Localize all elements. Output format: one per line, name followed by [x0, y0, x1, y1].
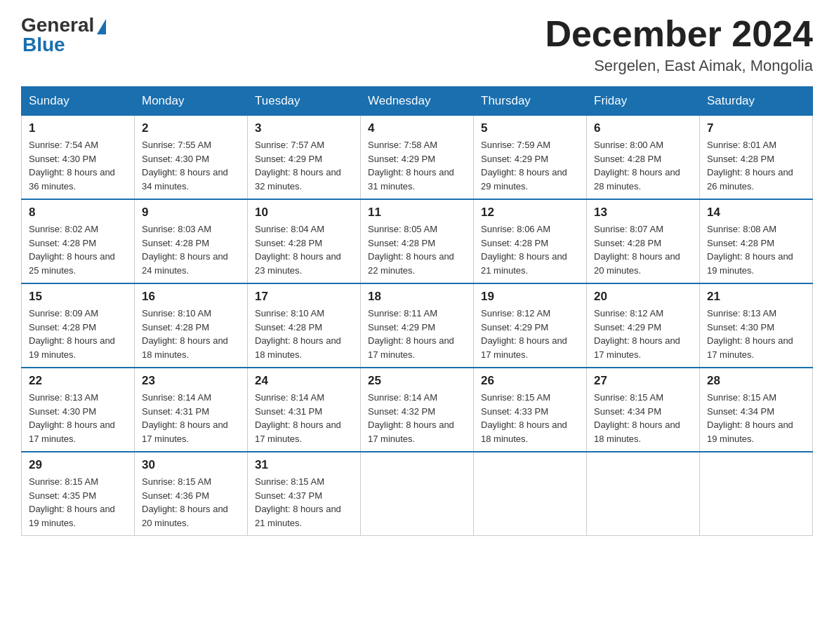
table-row: 19 Sunrise: 8:12 AM Sunset: 4:29 PM Dayl…: [474, 283, 587, 368]
day-number: 24: [255, 374, 353, 388]
day-number: 16: [142, 290, 240, 304]
day-info: Sunrise: 8:12 AM Sunset: 4:29 PM Dayligh…: [481, 307, 579, 361]
title-block: December 2024 Sergelen, East Aimak, Mong…: [545, 14, 813, 75]
day-info: Sunrise: 8:13 AM Sunset: 4:30 PM Dayligh…: [707, 307, 805, 361]
table-row: 26 Sunrise: 8:15 AM Sunset: 4:33 PM Dayl…: [474, 368, 587, 452]
day-number: 19: [481, 290, 579, 304]
calendar-week-row: 22 Sunrise: 8:13 AM Sunset: 4:30 PM Dayl…: [22, 368, 813, 452]
table-row: 3 Sunrise: 7:57 AM Sunset: 4:29 PM Dayli…: [248, 116, 361, 200]
location-subtitle: Sergelen, East Aimak, Mongolia: [545, 57, 813, 75]
table-row: 14 Sunrise: 8:08 AM Sunset: 4:28 PM Dayl…: [700, 199, 813, 283]
day-info: Sunrise: 8:15 AM Sunset: 4:36 PM Dayligh…: [142, 475, 240, 530]
table-row: 7 Sunrise: 8:01 AM Sunset: 4:28 PM Dayli…: [700, 116, 813, 200]
table-row: 27 Sunrise: 8:15 AM Sunset: 4:34 PM Dayl…: [587, 368, 700, 452]
table-row: 20 Sunrise: 8:12 AM Sunset: 4:29 PM Dayl…: [587, 283, 700, 368]
day-number: 31: [255, 458, 353, 472]
table-row: 31 Sunrise: 8:15 AM Sunset: 4:37 PM Dayl…: [248, 452, 361, 536]
day-number: 27: [594, 374, 692, 388]
day-info: Sunrise: 8:06 AM Sunset: 4:28 PM Dayligh…: [481, 222, 579, 277]
table-row: 28 Sunrise: 8:15 AM Sunset: 4:34 PM Dayl…: [700, 368, 813, 452]
header-sunday: Sunday: [22, 87, 135, 116]
logo: General Blue: [21, 14, 106, 56]
day-number: 7: [707, 121, 805, 135]
header-thursday: Thursday: [474, 87, 587, 116]
table-row: 21 Sunrise: 8:13 AM Sunset: 4:30 PM Dayl…: [700, 283, 813, 368]
table-row: 25 Sunrise: 8:14 AM Sunset: 4:32 PM Dayl…: [361, 368, 474, 452]
table-row: [361, 452, 474, 536]
day-number: 4: [368, 121, 466, 135]
day-number: 8: [29, 206, 127, 220]
day-info: Sunrise: 8:07 AM Sunset: 4:28 PM Dayligh…: [594, 222, 692, 277]
day-info: Sunrise: 8:10 AM Sunset: 4:28 PM Dayligh…: [142, 307, 240, 361]
day-number: 21: [707, 290, 805, 304]
day-number: 13: [594, 206, 692, 220]
table-row: [474, 452, 587, 536]
day-info: Sunrise: 8:15 AM Sunset: 4:35 PM Dayligh…: [29, 475, 127, 530]
logo-blue-text: Blue: [22, 34, 65, 56]
table-row: 12 Sunrise: 8:06 AM Sunset: 4:28 PM Dayl…: [474, 199, 587, 283]
day-number: 22: [29, 374, 127, 388]
table-row: 4 Sunrise: 7:58 AM Sunset: 4:29 PM Dayli…: [361, 116, 474, 200]
day-number: 26: [481, 374, 579, 388]
day-number: 29: [29, 458, 127, 472]
table-row: 24 Sunrise: 8:14 AM Sunset: 4:31 PM Dayl…: [248, 368, 361, 452]
month-title: December 2024: [545, 14, 813, 54]
day-info: Sunrise: 8:01 AM Sunset: 4:28 PM Dayligh…: [707, 138, 805, 193]
table-row: 30 Sunrise: 8:15 AM Sunset: 4:36 PM Dayl…: [135, 452, 248, 536]
day-number: 18: [368, 290, 466, 304]
table-row: 29 Sunrise: 8:15 AM Sunset: 4:35 PM Dayl…: [22, 452, 135, 536]
table-row: [700, 452, 813, 536]
calendar-week-row: 15 Sunrise: 8:09 AM Sunset: 4:28 PM Dayl…: [22, 283, 813, 368]
day-info: Sunrise: 8:15 AM Sunset: 4:34 PM Dayligh…: [594, 391, 692, 445]
day-info: Sunrise: 7:58 AM Sunset: 4:29 PM Dayligh…: [368, 138, 466, 193]
table-row: 6 Sunrise: 8:00 AM Sunset: 4:28 PM Dayli…: [587, 116, 700, 200]
table-row: 22 Sunrise: 8:13 AM Sunset: 4:30 PM Dayl…: [22, 368, 135, 452]
calendar-week-row: 29 Sunrise: 8:15 AM Sunset: 4:35 PM Dayl…: [22, 452, 813, 536]
calendar-table: Sunday Monday Tuesday Wednesday Thursday…: [21, 86, 813, 536]
header-tuesday: Tuesday: [248, 87, 361, 116]
day-number: 23: [142, 374, 240, 388]
header-monday: Monday: [135, 87, 248, 116]
day-info: Sunrise: 8:09 AM Sunset: 4:28 PM Dayligh…: [29, 307, 127, 361]
day-info: Sunrise: 7:55 AM Sunset: 4:30 PM Dayligh…: [142, 138, 240, 193]
day-number: 12: [481, 206, 579, 220]
day-info: Sunrise: 8:12 AM Sunset: 4:29 PM Dayligh…: [594, 307, 692, 361]
table-row: 16 Sunrise: 8:10 AM Sunset: 4:28 PM Dayl…: [135, 283, 248, 368]
day-number: 9: [142, 206, 240, 220]
table-row: 18 Sunrise: 8:11 AM Sunset: 4:29 PM Dayl…: [361, 283, 474, 368]
calendar-week-row: 8 Sunrise: 8:02 AM Sunset: 4:28 PM Dayli…: [22, 199, 813, 283]
table-row: 2 Sunrise: 7:55 AM Sunset: 4:30 PM Dayli…: [135, 116, 248, 200]
day-info: Sunrise: 8:13 AM Sunset: 4:30 PM Dayligh…: [29, 391, 127, 445]
day-number: 25: [368, 374, 466, 388]
header-wednesday: Wednesday: [361, 87, 474, 116]
day-number: 14: [707, 206, 805, 220]
header-friday: Friday: [587, 87, 700, 116]
day-number: 20: [594, 290, 692, 304]
table-row: 5 Sunrise: 7:59 AM Sunset: 4:29 PM Dayli…: [474, 116, 587, 200]
day-number: 2: [142, 121, 240, 135]
table-row: 13 Sunrise: 8:07 AM Sunset: 4:28 PM Dayl…: [587, 199, 700, 283]
day-info: Sunrise: 7:57 AM Sunset: 4:29 PM Dayligh…: [255, 138, 353, 193]
table-row: [587, 452, 700, 536]
table-row: 9 Sunrise: 8:03 AM Sunset: 4:28 PM Dayli…: [135, 199, 248, 283]
day-number: 3: [255, 121, 353, 135]
day-info: Sunrise: 8:03 AM Sunset: 4:28 PM Dayligh…: [142, 222, 240, 277]
day-info: Sunrise: 8:14 AM Sunset: 4:32 PM Dayligh…: [368, 391, 466, 445]
day-info: Sunrise: 8:14 AM Sunset: 4:31 PM Dayligh…: [255, 391, 353, 445]
day-info: Sunrise: 8:05 AM Sunset: 4:28 PM Dayligh…: [368, 222, 466, 277]
table-row: 11 Sunrise: 8:05 AM Sunset: 4:28 PM Dayl…: [361, 199, 474, 283]
day-number: 6: [594, 121, 692, 135]
day-info: Sunrise: 8:02 AM Sunset: 4:28 PM Dayligh…: [29, 222, 127, 277]
day-info: Sunrise: 8:04 AM Sunset: 4:28 PM Dayligh…: [255, 222, 353, 277]
day-info: Sunrise: 8:00 AM Sunset: 4:28 PM Dayligh…: [594, 138, 692, 193]
day-number: 1: [29, 121, 127, 135]
day-number: 30: [142, 458, 240, 472]
calendar-header-row: Sunday Monday Tuesday Wednesday Thursday…: [22, 87, 813, 116]
day-info: Sunrise: 7:54 AM Sunset: 4:30 PM Dayligh…: [29, 138, 127, 193]
day-info: Sunrise: 8:11 AM Sunset: 4:29 PM Dayligh…: [368, 307, 466, 361]
table-row: 17 Sunrise: 8:10 AM Sunset: 4:28 PM Dayl…: [248, 283, 361, 368]
day-info: Sunrise: 8:14 AM Sunset: 4:31 PM Dayligh…: [142, 391, 240, 445]
table-row: 8 Sunrise: 8:02 AM Sunset: 4:28 PM Dayli…: [22, 199, 135, 283]
day-info: Sunrise: 8:15 AM Sunset: 4:37 PM Dayligh…: [255, 475, 353, 530]
table-row: 15 Sunrise: 8:09 AM Sunset: 4:28 PM Dayl…: [22, 283, 135, 368]
